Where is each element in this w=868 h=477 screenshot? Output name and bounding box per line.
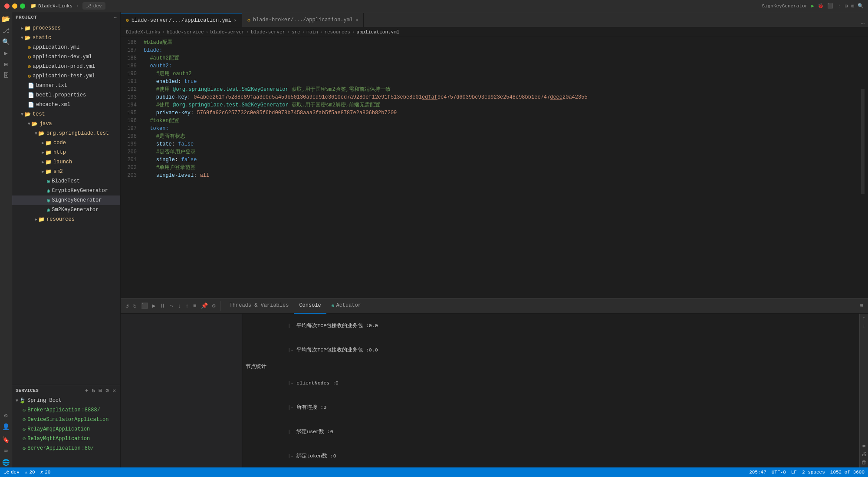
extensions-icon[interactable]: ⊞ xyxy=(1,59,11,70)
panel-layout-btn[interactable]: ⊞ xyxy=(858,301,865,311)
tree-item-launch[interactable]: ▶ 📁 launch xyxy=(12,157,120,167)
tabs-more[interactable]: ⋯ xyxy=(861,20,865,27)
tree-item-app-yml[interactable]: ⚙ application.yml xyxy=(12,43,120,52)
status-line-col[interactable]: 205:47 xyxy=(749,470,766,475)
breadcrumb-item-4[interactable]: src xyxy=(292,30,300,35)
panel-rerun-btn[interactable]: ↻ xyxy=(132,301,138,311)
panel-restart-btn[interactable]: ↺ xyxy=(124,301,130,311)
run-debug-icon[interactable]: ▶ xyxy=(1,48,11,58)
panel-pause-btn[interactable]: ⏸ xyxy=(158,301,167,311)
breadcrumb-item-2[interactable]: blade-server xyxy=(210,30,244,35)
tab-close-0[interactable]: ✕ xyxy=(234,18,237,23)
run-config-label[interactable]: SignKeyGenerator xyxy=(762,3,808,9)
panel-settings2[interactable]: ⚙ xyxy=(211,301,217,311)
status-line-count[interactable]: 1052 of 3600 xyxy=(830,470,865,475)
status-indent[interactable]: 2 spaces xyxy=(802,470,825,475)
tree-item-sm2[interactable]: ▶ 📁 sm2 xyxy=(12,167,120,176)
service-relay-mqtt[interactable]: ⊙ RelayMqttApplication xyxy=(12,434,120,444)
run-button[interactable]: ▶ xyxy=(811,3,814,9)
tree-item-code[interactable]: ▶ 📁 code xyxy=(12,138,120,148)
services-close[interactable]: ✕ xyxy=(112,386,117,395)
tab-threads[interactable]: Threads & Variables xyxy=(224,298,294,314)
debug-button[interactable]: 🐞 xyxy=(818,3,824,9)
window-max[interactable]: ⊞ xyxy=(851,3,854,9)
prp-print[interactable]: 🖨 xyxy=(861,451,867,457)
breadcrumb-item-5[interactable]: main xyxy=(306,30,318,35)
panel-step-out[interactable]: ↑ xyxy=(184,301,190,311)
prp-down[interactable]: ↓ xyxy=(862,323,865,329)
settings-icon[interactable]: ⚙ xyxy=(1,410,11,421)
prp-wrap[interactable]: ⇌ xyxy=(862,443,865,449)
tree-item-java[interactable]: ▼ 📂 java xyxy=(12,119,120,129)
sidebar-menu-icon[interactable]: ⋯ xyxy=(114,15,117,20)
minimize-btn[interactable] xyxy=(12,3,17,9)
panel-stop-btn[interactable]: ⬛ xyxy=(140,301,149,311)
prp-up[interactable]: ↑ xyxy=(862,315,865,321)
services-collapse[interactable]: ⊟ xyxy=(98,386,103,395)
terminal-icon[interactable]: ⌨ xyxy=(1,446,11,456)
tree-item-resources[interactable]: ▶ 📁 resources xyxy=(12,215,120,224)
panel-evaluate[interactable]: ≡ xyxy=(192,301,198,311)
tree-item-app-dev-yml[interactable]: ⚙ application-dev.yml xyxy=(12,52,120,62)
services-settings[interactable]: ⚙ xyxy=(105,386,110,395)
tree-item-org[interactable]: ▼ 📂 org.springblade.test xyxy=(12,129,120,138)
editor-scrollbar[interactable] xyxy=(865,37,868,298)
status-encoding[interactable]: UTF-8 xyxy=(772,470,786,475)
branch-label[interactable]: ⎇ dev xyxy=(82,2,105,10)
structure-icon[interactable]: 🌐 xyxy=(1,457,11,467)
service-device[interactable]: ⊙ DeviceSimulatorApplication xyxy=(12,415,120,424)
maximize-btn[interactable] xyxy=(20,3,25,9)
project-label[interactable]: 📁 BladeX-Links xyxy=(30,3,72,9)
tree-item-app-test-yml[interactable]: ⚙ application-test.yml xyxy=(12,71,120,81)
code-editor[interactable]: #blade配置 blade: #auth2配置 oauth2: #启用 oau… xyxy=(140,37,861,298)
search-icon[interactable]: 🔍 xyxy=(1,36,11,47)
tree-item-blade-test[interactable]: ◉ BladeTest xyxy=(12,176,120,186)
tree-item-banner[interactable]: 📄 banner.txt xyxy=(12,81,120,90)
tab-actuator[interactable]: ⊕ Actuator xyxy=(326,298,366,314)
tree-item-processes[interactable]: ▶ 📁 processes xyxy=(12,23,120,33)
services-refresh[interactable]: ↻ xyxy=(91,386,96,395)
window-min[interactable]: ⊡ xyxy=(845,3,848,9)
prp-clear[interactable]: 🗑 xyxy=(861,459,867,466)
console-output[interactable]: |- 平均每次TCP包接收的业务包 :0.0 |- 平均每次TCP包接收的业务包… xyxy=(242,314,859,467)
services-add[interactable]: + xyxy=(84,387,89,395)
breadcrumb-item-7[interactable]: application.yml xyxy=(356,30,399,35)
breadcrumb-item-6[interactable]: resources xyxy=(324,30,350,35)
more-actions[interactable]: ⋮ xyxy=(837,3,842,9)
tab-0[interactable]: ⚙ blade-server/.../application.yml ✕ xyxy=(121,13,242,27)
tab-close-1[interactable]: ✕ xyxy=(355,17,358,23)
panel-pin[interactable]: 📌 xyxy=(200,301,209,311)
bookmark-icon[interactable]: 🔖 xyxy=(1,434,11,445)
tree-item-sm2-key[interactable]: ◉ Sm2KeyGenerator xyxy=(12,205,120,215)
status-errors[interactable]: ✗ 20 xyxy=(40,470,51,475)
service-broker[interactable]: ⊙ BrokerApplication :8888/ xyxy=(12,405,120,415)
panel-step-over[interactable]: ↷ xyxy=(168,301,174,311)
tree-item-beetl[interactable]: 📄 beetl.properties xyxy=(12,90,120,100)
service-server[interactable]: ⊙ ServerApplication :80/ xyxy=(12,444,120,453)
breadcrumb-item-3[interactable]: blade-server xyxy=(251,30,285,35)
stop-button[interactable]: ⬛ xyxy=(827,3,833,9)
tree-item-crypto-key[interactable]: ◉ CryptoKeyGenerator xyxy=(12,186,120,195)
tab-1[interactable]: ⚙ blade-broker/.../application.yml ✕ xyxy=(242,13,364,27)
spring-boot-group[interactable]: ▼ 🍃 Spring Boot xyxy=(12,396,120,405)
search-everywhere[interactable]: 🔍 xyxy=(858,3,864,9)
tree-item-app-prod-yml[interactable]: ⚙ application-prod.yml xyxy=(12,62,120,71)
tree-item-sign-key[interactable]: ◉ SignKeyGenerator xyxy=(12,195,120,205)
breadcrumb-item-1[interactable]: blade-service xyxy=(167,30,204,35)
tab-console[interactable]: Console xyxy=(294,298,326,314)
panel-resume-btn[interactable]: ▶ xyxy=(151,301,157,311)
git-icon[interactable]: ⎇ xyxy=(1,25,11,36)
tree-item-http[interactable]: ▶ 📁 http xyxy=(12,148,120,157)
close-btn[interactable] xyxy=(4,3,10,9)
tree-item-ehcache[interactable]: 📄 ehcache.xml xyxy=(12,100,120,109)
account-icon[interactable]: 👤 xyxy=(1,421,11,432)
service-relay-amqp[interactable]: ⊙ RelayAmqpApplication xyxy=(12,424,120,434)
tree-item-test[interactable]: ▼ 📂 test xyxy=(12,109,120,119)
database-icon[interactable]: 🗄 xyxy=(1,70,11,81)
panel-step-in[interactable]: ↓ xyxy=(176,301,182,311)
status-eol[interactable]: LF xyxy=(791,470,797,475)
status-branch[interactable]: ⎇ dev xyxy=(3,470,20,475)
explorer-icon[interactable]: 📂 xyxy=(1,14,11,24)
status-warnings[interactable]: ⚠ 20 xyxy=(25,470,35,475)
breadcrumb-item-0[interactable]: BladeX-Links xyxy=(126,30,160,35)
